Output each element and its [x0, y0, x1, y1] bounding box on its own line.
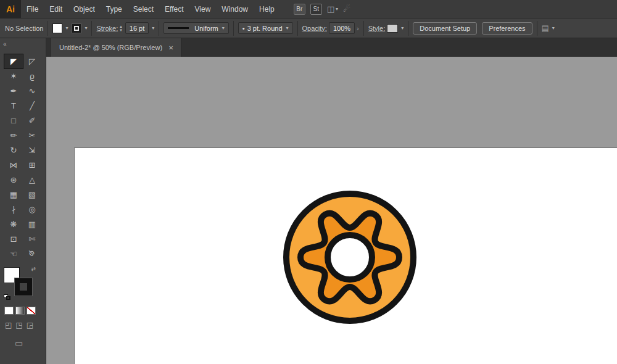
pen-tool-icon: ✒: [10, 87, 17, 95]
close-tab-icon[interactable]: ✕: [168, 44, 173, 51]
scale-tool[interactable]: ⇲: [23, 143, 41, 157]
rotate-tool-icon: ↻: [10, 146, 17, 154]
slice-tool-icon: ✄: [29, 235, 36, 243]
width-tool[interactable]: ⋈: [4, 158, 23, 172]
stroke-weight-stepper[interactable]: ▴ ▾: [120, 25, 122, 32]
style-swatch[interactable]: [387, 24, 398, 33]
draw-behind-icon[interactable]: ◳: [15, 321, 22, 329]
direct-selection-tool-icon: ◸: [29, 57, 35, 65]
menu-window[interactable]: Window: [216, 0, 254, 19]
hand-tool-icon: ☜: [10, 250, 17, 258]
default-stroke-icon: [6, 296, 10, 300]
gradient-tool[interactable]: ▧: [23, 188, 41, 202]
stroke-swatch-inner: [74, 26, 79, 31]
lasso-tool[interactable]: ϱ: [23, 69, 41, 83]
document-tab[interactable]: Untitled-2* @ 50% (RGB/Preview) ✕: [50, 38, 181, 57]
stroke-color-box[interactable]: [15, 278, 32, 296]
tools-panel: « ◤◸✶ϱ✒∿T╱□✐✏✂↻⇲⋈⊞⊛△▦▧∤◎❋▥⊡✄☜φ ⇄ ◰ ◳: [0, 38, 46, 364]
menu-type[interactable]: Type: [101, 0, 128, 19]
stroke-weight-field[interactable]: 16 pt: [125, 22, 149, 34]
menu-help[interactable]: Help: [254, 0, 280, 19]
bridge-button[interactable]: Br: [294, 4, 305, 15]
eyedropper-tool[interactable]: ∤: [4, 202, 23, 217]
zoom-tool[interactable]: φ: [23, 247, 41, 261]
document-setup-button[interactable]: Document Setup: [413, 22, 477, 35]
pen-tool[interactable]: ✒: [4, 84, 23, 98]
perspective-grid-tool[interactable]: △: [23, 173, 41, 187]
stepper-down-icon[interactable]: ▾: [120, 28, 122, 32]
opacity-field[interactable]: 100%: [329, 22, 355, 34]
width-profile-dropdown[interactable]: Uniform ▾: [164, 22, 229, 34]
color-button[interactable]: [4, 307, 14, 315]
hand-tool[interactable]: ☜: [4, 247, 23, 261]
artboard-tool-icon: ⊡: [10, 235, 17, 243]
pencil-tool[interactable]: ✏: [4, 128, 23, 143]
perspective-grid-tool-icon: △: [29, 176, 35, 184]
rotate-tool[interactable]: ↻: [4, 143, 23, 157]
rectangle-tool[interactable]: □: [4, 114, 23, 128]
divider: [233, 21, 234, 36]
mesh-tool[interactable]: ▦: [4, 188, 23, 202]
selection-tool[interactable]: ◤: [4, 54, 23, 68]
menu-select[interactable]: Select: [128, 0, 159, 19]
donut-artwork[interactable]: [278, 186, 421, 329]
free-transform-tool[interactable]: ⊞: [23, 158, 41, 172]
curvature-tool[interactable]: ∿: [23, 84, 41, 98]
line-segment-tool[interactable]: ╱: [23, 99, 41, 113]
scissors-tool[interactable]: ✂: [23, 128, 41, 143]
blend-tool[interactable]: ◎: [23, 202, 41, 217]
collapse-panel-icon[interactable]: «: [3, 41, 7, 48]
screen-mode-icon[interactable]: ▭: [15, 338, 46, 348]
stroke-swatch[interactable]: [72, 23, 81, 33]
zoom-tool-icon: φ: [27, 249, 36, 259]
menubar: Ai File Edit Object Type Select Effect V…: [0, 0, 617, 19]
none-button[interactable]: [27, 307, 36, 315]
gpu-performance-icon[interactable]: ☄: [343, 4, 350, 14]
draw-normal-icon[interactable]: ◰: [5, 321, 12, 329]
artboard-tool[interactable]: ⊡: [4, 232, 23, 246]
draw-inside-icon[interactable]: ◲: [27, 321, 33, 329]
menu-file[interactable]: File: [21, 0, 44, 19]
default-colors-icon[interactable]: [4, 294, 11, 300]
donut-hole[interactable]: [328, 235, 372, 279]
menu-effect[interactable]: Effect: [159, 0, 189, 19]
preferences-button[interactable]: Preferences: [482, 22, 532, 35]
opacity-more-icon[interactable]: ›: [357, 25, 359, 32]
stroke-weight-label[interactable]: Stroke:: [96, 25, 118, 32]
opacity-label[interactable]: Opacity:: [302, 25, 327, 32]
styles-button[interactable]: St: [310, 4, 322, 15]
stroke-weight-value: 16 pt: [130, 25, 144, 32]
brush-dropdown[interactable]: • 3 pt. Round ▾: [238, 22, 293, 34]
column-graph-tool-icon: ▥: [28, 220, 36, 228]
drawing-modes: ◰ ◳ ◲: [5, 321, 46, 329]
gradient-button[interactable]: [15, 307, 25, 315]
chevron-down-icon[interactable]: ▾: [152, 25, 154, 31]
fill-color-control[interactable]: ▾: [52, 23, 68, 33]
direct-selection-tool[interactable]: ◸: [23, 54, 41, 68]
width-tool-icon: ⋈: [10, 161, 18, 169]
paintbrush-tool[interactable]: ✐: [23, 114, 41, 128]
shape-builder-tool-icon: ⊛: [10, 176, 17, 184]
swap-fill-stroke-icon[interactable]: ⇄: [31, 266, 36, 272]
magic-wand-tool[interactable]: ✶: [4, 69, 23, 83]
type-tool[interactable]: T: [4, 99, 23, 113]
chevron-down-icon[interactable]: ▾: [401, 25, 404, 31]
fill-swatch[interactable]: [52, 23, 62, 33]
illustrator-window: Ai File Edit Object Type Select Effect V…: [0, 0, 617, 364]
chevron-down-icon: ▾: [65, 25, 68, 31]
scale-tool-icon: ⇲: [29, 146, 36, 154]
menu-object[interactable]: Object: [68, 0, 101, 19]
align-panel-icon: ▤: [542, 23, 549, 33]
style-label[interactable]: Style:: [368, 25, 386, 32]
align-options[interactable]: ▤ ▾: [542, 23, 555, 33]
menu-edit[interactable]: Edit: [44, 0, 68, 19]
workspace-switcher[interactable]: ◫ ▾: [327, 4, 338, 14]
shape-builder-tool[interactable]: ⊛: [4, 173, 23, 187]
stroke-color-control[interactable]: ▾: [72, 23, 87, 33]
menu-view[interactable]: View: [189, 0, 217, 19]
canvas-pasteboard[interactable]: [46, 57, 617, 364]
slice-tool[interactable]: ✄: [23, 232, 41, 246]
column-graph-tool[interactable]: ▥: [23, 217, 41, 231]
blend-tool-icon: ◎: [28, 205, 35, 213]
symbol-sprayer-tool[interactable]: ❋: [4, 217, 23, 231]
